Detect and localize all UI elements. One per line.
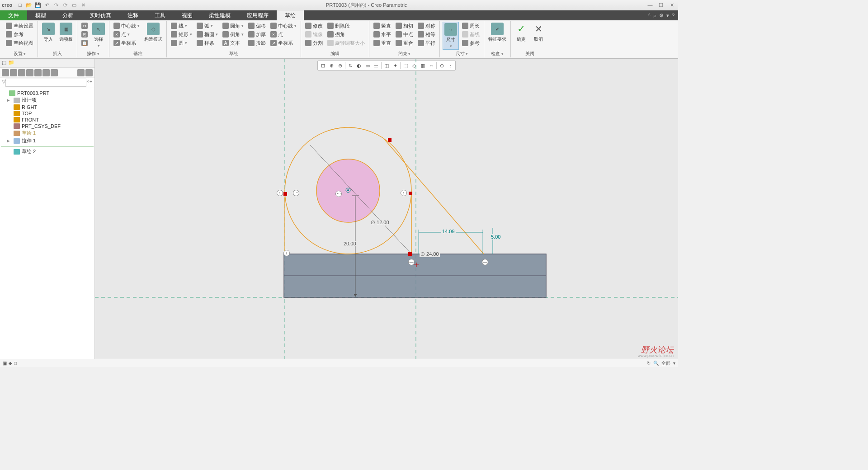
group-label-setup[interactable]: 设置 — [5, 50, 35, 57]
regen-icon[interactable]: ⟳ — [61, 1, 69, 9]
tab-model[interactable]: 模型 — [27, 10, 54, 20]
close-icon[interactable]: ✕ — [667, 2, 676, 8]
group-label-dim[interactable]: 尺寸 — [443, 50, 481, 57]
constraint-h-1[interactable]: ⋯ — [293, 190, 299, 196]
tree-item-sketch2[interactable]: 草绘 2 — [1, 148, 94, 155]
palette-button[interactable]: ▦选项板 — [58, 22, 74, 43]
tree-tb-7[interactable] — [51, 69, 58, 76]
offset-button[interactable]: 偏移 — [247, 22, 267, 30]
tree-tb-9[interactable] — [85, 69, 93, 76]
fillet-button[interactable]: 圆角 — [221, 22, 245, 30]
constraint-coinc-g2[interactable]: — — [482, 259, 488, 265]
circle-button[interactable]: 圆 — [170, 39, 193, 47]
help-icon[interactable]: ? — [672, 13, 675, 18]
midpoint-button[interactable]: 中点 — [394, 30, 415, 38]
point2-button[interactable]: ×点 — [269, 30, 298, 38]
coincident-button[interactable]: 重合 — [394, 39, 415, 47]
tab-view[interactable]: 视图 — [174, 10, 201, 20]
new-icon[interactable]: □ — [16, 1, 24, 9]
undo-icon[interactable]: ↶ — [43, 1, 51, 9]
constraint-coinc-1[interactable] — [408, 252, 412, 256]
group-label-constrain[interactable]: 约束 — [372, 50, 437, 57]
point-button[interactable]: ×点 — [112, 30, 141, 38]
tab-annotate[interactable]: 注释 — [119, 10, 146, 20]
references-button[interactable]: 参考 — [5, 30, 35, 38]
delete-seg-button[interactable]: 删除段 — [326, 22, 366, 30]
filter-label[interactable]: 全部 — [661, 360, 670, 367]
constraint-tangent-3[interactable] — [388, 138, 392, 142]
symmetric-button[interactable]: 对称 — [416, 22, 437, 30]
rect-button[interactable]: 矩形 — [170, 30, 193, 38]
tree-search-input[interactable] — [5, 79, 86, 87]
dim-5[interactable]: 5.00 — [490, 234, 501, 240]
spline-button[interactable]: 样条 — [195, 39, 219, 47]
modify-button[interactable]: 修改 — [304, 22, 324, 30]
feature-req-button[interactable]: ✔特征要求 — [487, 22, 508, 43]
status-icon-3[interactable]: □ — [14, 361, 17, 366]
corner-button[interactable]: 拐角 — [326, 30, 366, 38]
save-icon[interactable]: 💾 — [34, 1, 42, 9]
maximize-icon[interactable]: ☐ — [656, 2, 665, 8]
constraint-h-2[interactable]: ⋯ — [335, 191, 342, 197]
tree-tb-2[interactable] — [10, 69, 17, 76]
tree-item-design[interactable]: ▸设计项 — [1, 96, 94, 104]
tab-realtime[interactable]: 实时仿真 — [81, 10, 119, 20]
tree-tb-8[interactable] — [77, 69, 85, 76]
search-clear-icon[interactable]: × — [86, 79, 90, 87]
dim-20[interactable]: 20.00 — [343, 241, 357, 246]
filter-dd-icon[interactable]: ▾ — [673, 361, 675, 366]
status-icon-2[interactable]: ◆ — [9, 361, 12, 366]
tree-root[interactable]: PRT0003.PRT — [1, 90, 94, 96]
status-find-icon[interactable]: 🔍 — [653, 361, 659, 366]
tree-tb-4[interactable] — [26, 69, 33, 76]
tree-item-front[interactable]: FRONT — [1, 117, 94, 123]
line-button[interactable]: 线 — [170, 22, 193, 30]
dimension-button[interactable]: ↔尺寸 — [443, 22, 459, 50]
tab-app[interactable]: 应用程序 — [239, 10, 277, 20]
status-spin-icon[interactable]: ↻ — [647, 361, 651, 366]
tab-file[interactable]: 文件 — [0, 10, 27, 20]
search-add-icon[interactable]: + — [90, 79, 93, 87]
csys-button[interactable]: ↗坐标系 — [112, 39, 141, 47]
perpendicular-button[interactable]: 垂直 — [372, 39, 392, 47]
perimeter-button[interactable]: 周长 — [461, 22, 481, 30]
dim-14[interactable]: 14.09 — [441, 229, 456, 234]
filter-icon[interactable]: ▽ — [2, 79, 5, 87]
cut-button[interactable]: ✂ — [80, 22, 89, 30]
tree-tab-1[interactable]: ⬚ — [2, 60, 6, 66]
dim-d12[interactable]: ∅ 12.00 — [370, 220, 390, 226]
paste-button[interactable]: 📋 — [80, 39, 89, 47]
constraint-v-2[interactable]: ↕ — [401, 190, 407, 196]
constraint-tangent-1[interactable] — [283, 192, 287, 196]
text-button[interactable]: A文本 — [221, 39, 245, 47]
tree-item-csys[interactable]: PRT_CSYS_DEF — [1, 123, 94, 129]
ellipse-button[interactable]: 椭圆 — [195, 30, 219, 38]
csys2-button[interactable]: ↗坐标系 — [269, 39, 298, 47]
sketch-view-button[interactable]: 草绘视图 — [5, 39, 35, 47]
redo-icon[interactable]: ↷ — [52, 1, 60, 9]
status-icon-1[interactable]: ▣ — [3, 361, 7, 366]
close-doc-icon[interactable]: ✕ — [79, 1, 87, 9]
tab-sketch[interactable]: 草绘 — [277, 10, 304, 20]
tree-item-sketch1[interactable]: 草绘 1 — [1, 129, 94, 137]
tree-tb-3[interactable] — [18, 69, 25, 76]
sketch-canvas[interactable]: ⊡ ⊕ ⊖ ↻ ◐ ▭ ☰ ◫ ✦ ⬚ ◇ ▦ ↔ ⊙ ⋮ — [95, 59, 678, 359]
tree-tab-2[interactable]: 📁 — [8, 60, 14, 66]
centerline-button[interactable]: 中心线 — [112, 22, 141, 30]
arc-button[interactable]: 弧 — [195, 22, 219, 30]
import-button[interactable]: ↘导入 — [41, 22, 56, 43]
settings-icon[interactable]: ⚙ — [659, 13, 664, 19]
tab-flex[interactable]: 柔性建模 — [201, 10, 239, 20]
group-label-inspect[interactable]: 检查 — [487, 50, 508, 57]
equal-button[interactable]: 相等 — [416, 30, 437, 38]
constraint-t-1[interactable]: T — [283, 250, 290, 256]
tree-item-extrude1[interactable]: ▸拉伸 1 — [1, 137, 94, 145]
thicken-button[interactable]: 加厚 — [247, 30, 267, 38]
sketch-setup-button[interactable]: 草绘设置 — [5, 22, 35, 30]
tab-analysis[interactable]: 分析 — [54, 10, 81, 20]
windows-icon[interactable]: ▭ — [70, 1, 78, 9]
select-button[interactable]: ↖选择 — [91, 22, 106, 49]
ref-dim-button[interactable]: 参考 — [461, 39, 481, 47]
tree-insert-marker[interactable] — [1, 146, 94, 146]
ok-button[interactable]: ✓确定 — [514, 22, 529, 43]
